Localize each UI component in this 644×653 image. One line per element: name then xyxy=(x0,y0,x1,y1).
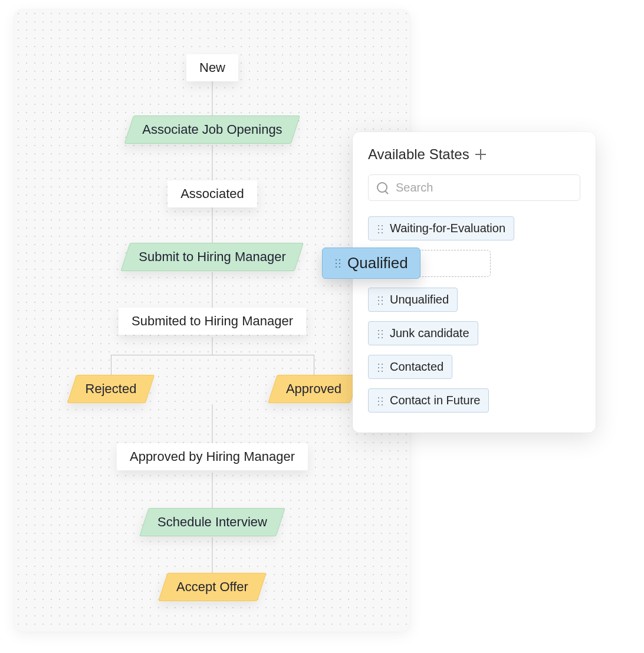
grip-icon xyxy=(377,224,384,233)
action-submit-to-hiring-manager[interactable]: Submit to Hiring Manager xyxy=(120,243,304,271)
connector xyxy=(111,355,314,355)
node-label: Approved xyxy=(286,381,341,397)
search-icon xyxy=(377,182,389,194)
connector xyxy=(212,337,213,355)
node-label: Approved by Hiring Manager xyxy=(130,449,295,464)
state-approved-by-hiring-manager[interactable]: Approved by Hiring Manager xyxy=(117,443,308,470)
action-approved[interactable]: Approved xyxy=(268,375,360,403)
connector xyxy=(212,404,213,443)
available-states-panel: Available States Waiting-for-Evaluation … xyxy=(353,132,596,433)
state-chip-qualified-slot[interactable]: Qualified xyxy=(368,250,580,278)
node-label: Submited to Hiring Manager xyxy=(132,314,293,328)
state-chip-contact-in-future[interactable]: Contact in Future xyxy=(368,388,489,413)
connector xyxy=(212,473,213,508)
node-label: Accept Offer xyxy=(176,579,248,595)
action-schedule-interview[interactable]: Schedule Interview xyxy=(139,508,285,536)
connector xyxy=(212,145,213,180)
state-chip-qualified-dragging[interactable]: Qualified xyxy=(322,248,420,279)
grip-icon xyxy=(334,258,341,269)
state-chip-contacted[interactable]: Contacted xyxy=(368,355,452,379)
chip-label: Unqualified xyxy=(390,293,449,306)
grip-icon xyxy=(377,362,384,372)
node-label: New xyxy=(199,60,225,75)
connector xyxy=(212,537,213,573)
state-chip-unqualified[interactable]: Unqualified xyxy=(368,288,458,312)
action-rejected[interactable]: Rejected xyxy=(67,375,155,403)
state-chip-junk-candidate[interactable]: Junk candidate xyxy=(368,321,478,345)
node-label: Rejected xyxy=(86,381,137,397)
plus-icon[interactable] xyxy=(475,149,486,160)
connector xyxy=(212,80,213,116)
grip-icon xyxy=(377,295,384,305)
state-submitted-to-hiring-manager[interactable]: Submited to Hiring Manager xyxy=(119,308,306,335)
chip-label: Contact in Future xyxy=(390,394,480,407)
panel-header: Available States xyxy=(368,146,580,163)
grip-icon xyxy=(377,396,384,405)
connector xyxy=(212,272,213,308)
chip-label: Waiting-for-Evaluation xyxy=(390,222,505,235)
node-label: Associated xyxy=(180,186,244,201)
chip-label: Contacted xyxy=(390,360,443,374)
workflow-canvas[interactable]: New Associate Job Openings Associated Su… xyxy=(14,9,410,632)
chip-label: Qualified xyxy=(347,254,408,272)
chip-label: Junk candidate xyxy=(390,326,469,340)
node-label: Schedule Interview xyxy=(157,515,267,530)
search-box[interactable] xyxy=(368,174,580,201)
available-states-list: Waiting-for-Evaluation Qualified Unquali… xyxy=(368,216,580,413)
state-chip-waiting-for-evaluation[interactable]: Waiting-for-Evaluation xyxy=(368,216,514,240)
state-associated[interactable]: Associated xyxy=(167,180,257,207)
node-label: Submit to Hiring Manager xyxy=(139,249,285,265)
search-input[interactable] xyxy=(396,181,571,194)
state-new[interactable]: New xyxy=(186,54,238,81)
action-accept-offer[interactable]: Accept Offer xyxy=(158,573,266,601)
node-label: Associate Job Openings xyxy=(142,122,282,137)
connector xyxy=(212,207,213,243)
grip-icon xyxy=(377,329,384,338)
action-associate-job-openings[interactable]: Associate Job Openings xyxy=(124,116,301,144)
panel-title: Available States xyxy=(368,146,469,163)
